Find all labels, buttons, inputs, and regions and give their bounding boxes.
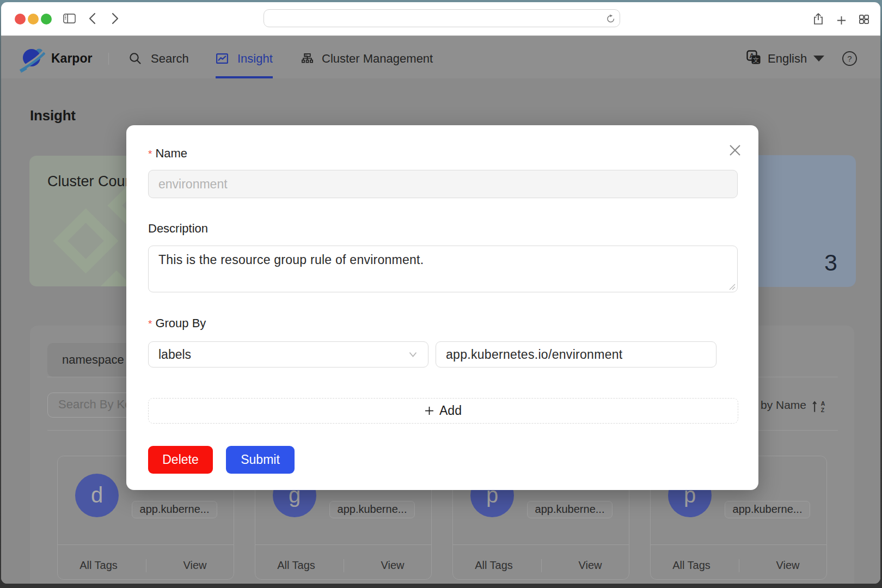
svg-text:文: 文: [753, 56, 759, 64]
svg-text:?: ?: [847, 54, 852, 63]
svg-text:A: A: [821, 401, 825, 407]
svg-text:Z: Z: [821, 407, 825, 413]
